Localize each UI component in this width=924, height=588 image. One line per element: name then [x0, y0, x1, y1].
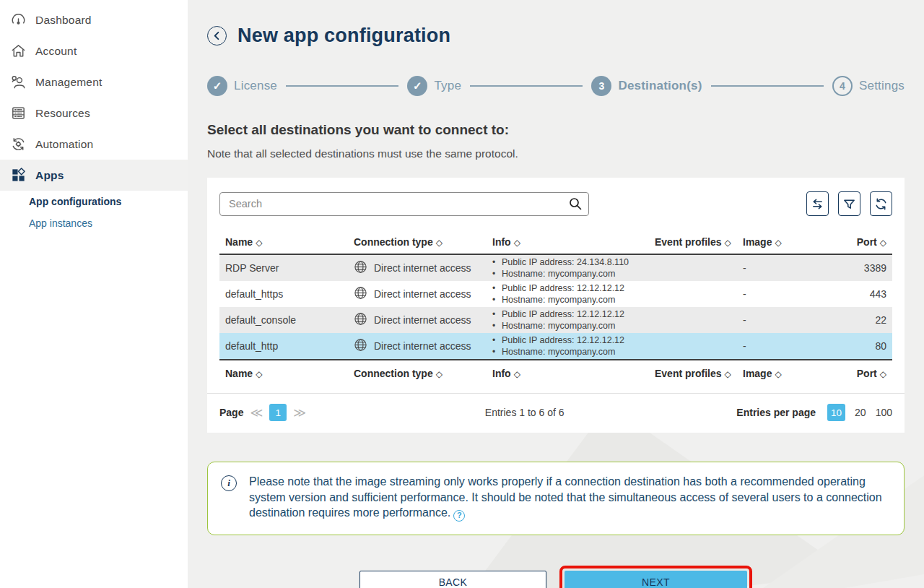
sidebar-item-label: Management: [35, 76, 102, 89]
page-size-20[interactable]: 20: [855, 407, 866, 418]
check-icon: ✓: [207, 76, 227, 96]
filter-icon[interactable]: [838, 191, 860, 216]
column-connection-type[interactable]: Connection type◇: [348, 360, 487, 386]
sort-icon[interactable]: ◇: [514, 238, 520, 248]
info-text: Please note that the image streaming onl…: [249, 474, 892, 522]
sidebar-item-account[interactable]: Account: [0, 35, 188, 66]
table-footer-header: Name◇ Connection type◇ Info◇ Event profi…: [219, 360, 892, 386]
page-size-100[interactable]: 100: [876, 407, 892, 418]
sidebar-item-resources[interactable]: Resources: [0, 98, 188, 129]
column-name[interactable]: Name◇: [219, 233, 348, 254]
cell-info: Public IP address: 12.12.12.12Hostname: …: [487, 307, 649, 333]
step-number: 3: [591, 76, 611, 96]
column-image[interactable]: Image◇: [737, 360, 813, 386]
column-info[interactable]: Info◇: [487, 360, 649, 386]
sidebar-item-apps[interactable]: Apps: [0, 160, 188, 191]
step-type[interactable]: ✓ Type: [407, 76, 461, 96]
cell-image: -: [737, 254, 813, 281]
column-event-profiles[interactable]: Event profiles◇: [649, 233, 737, 254]
back-circle-icon[interactable]: [207, 26, 227, 46]
info-line: Public IP address: 24.134.8.110: [492, 256, 643, 268]
sidebar: Dashboard Account Management Resources A…: [0, 0, 188, 588]
cell-port: 443: [813, 281, 892, 307]
help-icon[interactable]: ?: [453, 510, 465, 522]
sort-icon[interactable]: ◇: [880, 238, 886, 248]
sort-icon[interactable]: ◇: [256, 238, 262, 248]
destinations-card: Name◇ Connection type◇ Info◇ Event profi…: [207, 178, 905, 433]
cell-name: default_console: [219, 307, 348, 333]
server-icon: [10, 105, 27, 121]
search-input[interactable]: [219, 192, 589, 216]
table-row[interactable]: default_consoleDirect internet accessPub…: [219, 307, 892, 333]
page-label: Page: [219, 407, 243, 418]
column-name[interactable]: Name◇: [219, 360, 348, 386]
entries-text: Entries 1 to 6 of 6: [313, 407, 736, 418]
sort-icon[interactable]: ◇: [514, 369, 520, 379]
globe-icon: [354, 338, 367, 354]
page-title: New app configuration: [237, 25, 450, 47]
wizard-stepper: ✓ License ✓ Type 3 Destination(s) 4 Sett…: [207, 76, 905, 96]
column-event-profiles[interactable]: Event profiles◇: [649, 360, 737, 386]
wizard-actions: BACK NEXT: [207, 566, 905, 588]
sort-icon[interactable]: ◇: [880, 369, 886, 379]
sort-icon[interactable]: ◇: [436, 238, 443, 248]
page-header: New app configuration: [207, 0, 905, 47]
sidebar-item-automation[interactable]: Automation: [0, 129, 188, 160]
column-info[interactable]: Info◇: [487, 233, 649, 254]
search-icon[interactable]: [568, 196, 583, 214]
column-connection-type[interactable]: Connection type◇: [348, 233, 487, 254]
cell-connection-type: Direct internet access: [348, 281, 487, 307]
cell-port: 22: [813, 307, 892, 333]
users-icon: [10, 74, 27, 90]
sidebar-item-management[interactable]: Management: [0, 66, 188, 98]
sort-icon[interactable]: ◇: [725, 238, 731, 248]
stepper-connector: [711, 85, 824, 87]
sidebar-item-label: Resources: [35, 107, 90, 120]
column-port[interactable]: Port◇: [813, 233, 892, 254]
cell-port: 3389: [813, 254, 892, 281]
step-destinations[interactable]: 3 Destination(s): [591, 76, 702, 96]
info-line: Public IP address: 12.12.12.12: [492, 308, 643, 320]
sidebar-subitem-app-configurations[interactable]: App configurations: [0, 191, 188, 212]
cell-port: 80: [813, 333, 892, 360]
table-body: RDP ServerDirect internet accessPublic I…: [219, 254, 892, 360]
sort-icon[interactable]: ◇: [775, 238, 781, 248]
apps-icon: [10, 167, 27, 183]
column-port[interactable]: Port◇: [813, 360, 892, 386]
stepper-connector: [470, 85, 583, 87]
page-size-10[interactable]: 10: [827, 404, 845, 421]
table-row[interactable]: RDP ServerDirect internet accessPublic I…: [219, 254, 892, 281]
page-number-button[interactable]: 1: [269, 404, 287, 421]
table-row[interactable]: default_httpDirect internet accessPublic…: [219, 333, 892, 360]
sort-icon[interactable]: ◇: [256, 369, 262, 379]
step-license[interactable]: ✓ License: [207, 76, 277, 96]
cell-image: -: [737, 307, 813, 333]
sort-icon[interactable]: ◇: [436, 369, 443, 379]
next-button[interactable]: NEXT: [565, 571, 747, 588]
sidebar-item-dashboard[interactable]: Dashboard: [0, 4, 188, 35]
info-line: Hostname: mycompany.com: [492, 268, 643, 280]
globe-icon: [354, 260, 367, 276]
info-line: Hostname: mycompany.com: [492, 294, 643, 306]
cell-name: RDP Server: [219, 254, 348, 281]
home-icon: [10, 43, 27, 59]
refresh-icon[interactable]: [870, 191, 892, 216]
info-line: Public IP address: 12.12.12.12: [492, 334, 643, 346]
sidebar-item-label: Apps: [35, 169, 64, 182]
step-settings[interactable]: 4 Settings: [832, 76, 905, 96]
sort-icon[interactable]: ◇: [725, 369, 731, 379]
swap-arrows-icon[interactable]: [806, 191, 829, 216]
cell-info: Public IP address: 12.12.12.12Hostname: …: [487, 333, 649, 360]
sidebar-item-label: Automation: [35, 138, 93, 151]
first-page-icon[interactable]: ≪: [250, 405, 263, 420]
table-row[interactable]: default_httpsDirect internet accessPubli…: [219, 281, 892, 307]
cell-event-profiles: [649, 281, 737, 307]
sort-icon[interactable]: ◇: [775, 369, 781, 379]
back-button[interactable]: BACK: [359, 571, 546, 588]
last-page-icon[interactable]: ≫: [293, 405, 306, 420]
column-image[interactable]: Image◇: [737, 233, 813, 254]
sidebar-subitem-app-instances[interactable]: App instances: [0, 212, 188, 234]
globe-icon: [354, 312, 367, 328]
cell-image: -: [737, 333, 813, 360]
automation-icon: [10, 136, 27, 152]
